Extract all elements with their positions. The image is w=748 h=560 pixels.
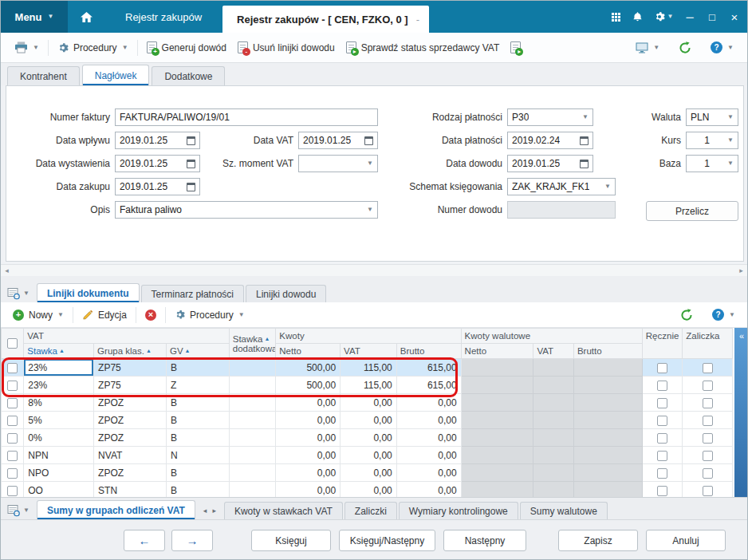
cell-recznie[interactable] [642, 412, 682, 429]
cell-gv[interactable]: B [166, 359, 229, 377]
cell-grupa-klas[interactable]: ZPOZ [94, 412, 167, 429]
data-dowodu-field[interactable]: 2019.01.25 [507, 155, 593, 172]
cell-grupa-klas[interactable]: ZP75 [94, 359, 167, 377]
cell-gv[interactable]: N [166, 447, 229, 464]
table-row[interactable]: 0% ZPOZ B 0,00 0,00 0,00 [2, 429, 733, 447]
row-checkbox[interactable] [7, 468, 18, 479]
rodzaj-platnosci-combo[interactable]: P30▼ [507, 108, 593, 126]
cell-stawka-dodatkowa[interactable] [229, 377, 276, 394]
waluta-combo[interactable]: PLN▼ [686, 108, 738, 126]
recznie-checkbox[interactable] [657, 451, 667, 461]
tab-linijki-dowodu[interactable]: Linijki dowodu [246, 285, 326, 302]
cell-recznie[interactable] [642, 377, 682, 394]
chevron-down-icon[interactable]: ▼ [367, 160, 373, 167]
header-grupa-klas[interactable]: Grupa klas.▲ [94, 344, 167, 359]
data-wystawienia-field[interactable]: 2019.01.25 [115, 155, 200, 172]
cell-gv[interactable]: B [166, 482, 229, 498]
schemat-ksiegowania-combo[interactable]: ZAK_KRAJK_FK1▼ [507, 178, 616, 195]
tab-wymiary-kontrolingowe[interactable]: Wymiary kontrolingowe [399, 502, 518, 519]
header-group-kwoty[interactable]: Kwoty [276, 329, 461, 344]
cell-stawka[interactable]: 8% [24, 394, 94, 412]
zaliczka-checkbox[interactable] [703, 433, 713, 444]
anuluj-button[interactable]: Anuluj [646, 530, 726, 551]
ksieguj-nastepny-button[interactable]: Księguj/Następny [339, 530, 435, 551]
recznie-checkbox[interactable] [657, 363, 667, 373]
grid-help-button[interactable]: ? ▼ [707, 305, 741, 325]
delete-row-button[interactable]: × [140, 306, 162, 325]
header-gv[interactable]: GV▲ [166, 344, 229, 359]
recznie-checkbox[interactable] [657, 468, 667, 479]
header-zaliczka[interactable]: Zaliczka [683, 329, 733, 359]
calendar-icon[interactable] [187, 136, 195, 145]
top-tab-rejestr-zakupow[interactable]: Rejestr zakupów [104, 1, 222, 33]
cell-stawka-dodatkowa[interactable] [229, 359, 276, 377]
cell-zaliczka[interactable] [683, 482, 733, 498]
tab-scroll-right-icon[interactable]: ▸ [212, 507, 216, 515]
cell-brutto[interactable]: 0,00 [396, 412, 461, 429]
cell-grupa-klas[interactable]: NVAT [94, 447, 167, 464]
usun-linijki-dowodu-button[interactable]: - Usuń linijki dowodu [232, 37, 341, 57]
chevron-down-icon[interactable]: ▼ [367, 207, 373, 213]
sprawdz-status-vat-button[interactable]: ▸ Sprawdź status sprzedawcy VAT [341, 37, 506, 57]
tab-scroll-left-icon[interactable]: ◂ [203, 507, 207, 515]
cell-netto[interactable]: 0,00 [276, 447, 341, 464]
cell-stawka-dodatkowa[interactable] [229, 464, 276, 482]
row-checkbox[interactable] [7, 416, 18, 426]
cell-recznie[interactable] [642, 482, 682, 498]
recznie-checkbox[interactable] [657, 398, 667, 408]
cell-stawka[interactable]: NPN [24, 447, 94, 464]
view-settings-button[interactable]: ▼ [630, 38, 665, 57]
cell-vat[interactable]: 0,00 [341, 464, 397, 482]
table-row[interactable]: NPN NVAT N 0,00 0,00 0,00 [2, 447, 733, 464]
cell-stawka[interactable]: NPO [24, 464, 94, 482]
scroll-left-icon[interactable]: ◂ [1, 266, 13, 274]
row-select-cell[interactable] [2, 377, 24, 394]
row-checkbox[interactable] [7, 381, 18, 391]
tab-zaliczki[interactable]: Zaliczki [344, 502, 397, 519]
cell-brutto[interactable]: 615,00 [396, 377, 461, 394]
data-platnosci-field[interactable]: 2019.02.24 [507, 132, 593, 149]
nastepny-button[interactable]: Następny [443, 530, 526, 551]
recznie-checkbox[interactable] [657, 381, 667, 391]
cell-grupa-klas[interactable]: STN [94, 482, 167, 498]
zapisz-button[interactable]: Zapisz [558, 530, 638, 551]
row-select-cell[interactable] [2, 394, 24, 412]
cell-stawka[interactable]: 0% [24, 429, 94, 447]
generuj-dowod-button[interactable]: + Generuj dowód [141, 37, 232, 57]
cell-recznie[interactable] [642, 447, 682, 464]
cell-stawka[interactable]: 23% [24, 359, 94, 377]
chevron-down-icon[interactable]: ▼ [604, 183, 611, 190]
chevron-down-icon[interactable]: ▼ [727, 160, 734, 167]
data-zakupu-field[interactable]: 2019.01.25 [115, 178, 200, 195]
calendar-icon[interactable] [364, 136, 373, 145]
settings-button[interactable]: ▼ [648, 1, 679, 33]
cell-grupa-klas[interactable]: ZP75 [94, 377, 167, 394]
header-netto[interactable]: Netto [276, 344, 341, 359]
sz-moment-vat-combo[interactable]: ▼ [298, 155, 378, 172]
recznie-checkbox[interactable] [657, 486, 667, 496]
cell-netto[interactable]: 500,00 [276, 359, 341, 377]
select-all-checkbox[interactable] [7, 338, 18, 349]
chevron-down-icon[interactable]: ▼ [727, 137, 734, 144]
cell-vat[interactable]: 115,00 [341, 359, 397, 377]
table-row[interactable]: 23% ZP75 Z 500,00 115,00 615,00 [2, 377, 733, 394]
row-checkbox[interactable] [7, 398, 18, 408]
row-checkbox[interactable] [7, 451, 18, 461]
cell-zaliczka[interactable] [683, 394, 733, 412]
header-stawka-dodatkowa[interactable]: Stawka▲dodatkowa [229, 329, 276, 359]
tab-sumy-w-grupach[interactable]: Sumy w grupach odliczeń VAT [37, 500, 195, 519]
data-vat-field[interactable]: 2019.01.25 [298, 132, 378, 149]
minimize-button[interactable]: ─ [679, 1, 701, 33]
tab-dodatkowe[interactable]: Dodatkowe [152, 66, 225, 85]
calendar-icon[interactable] [580, 160, 589, 168]
zaliczka-checkbox[interactable] [703, 398, 713, 408]
recznie-checkbox[interactable] [657, 433, 667, 444]
row-checkbox[interactable] [7, 363, 18, 373]
apps-button[interactable] [605, 1, 627, 33]
cell-gv[interactable]: B [166, 464, 229, 482]
grid-procedury-button[interactable]: Procedury ▼ [169, 306, 250, 325]
cell-brutto[interactable]: 0,00 [396, 464, 461, 482]
cell-gv[interactable]: B [166, 429, 229, 447]
cell-grupa-klas[interactable]: ZPOZ [94, 429, 167, 447]
header-vat-walutowe[interactable]: VAT [533, 344, 573, 359]
